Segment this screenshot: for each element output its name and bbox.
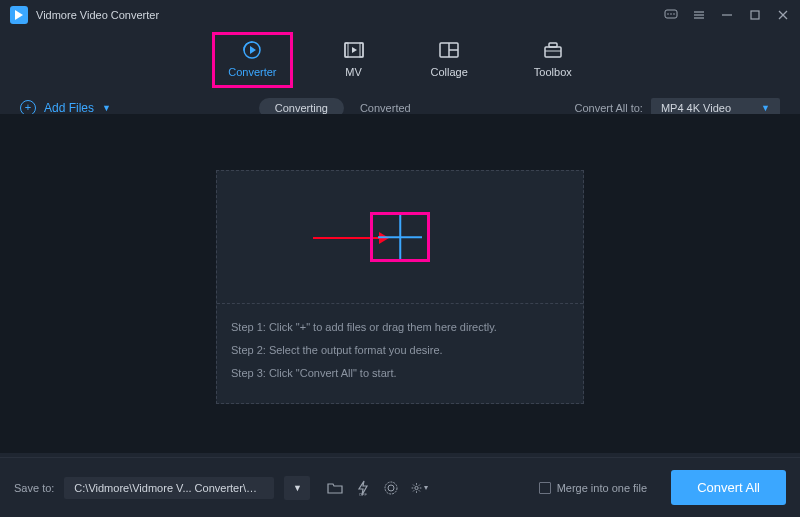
main-area: Step 1: Click "+" to add files or drag t… <box>0 114 800 453</box>
format-selected: MP4 4K Video <box>661 102 731 114</box>
bottom-icon-group: OFF ▾ <box>326 479 428 497</box>
tab-converter[interactable]: Converter <box>218 36 286 88</box>
convert-all-button[interactable]: Convert All <box>671 470 786 505</box>
titlebar-left: Vidmore Video Converter <box>10 6 159 24</box>
hardware-accel-icon[interactable]: OFF <box>354 479 372 497</box>
titlebar: Vidmore Video Converter <box>0 0 800 30</box>
save-path-field[interactable]: C:\Vidmore\Vidmore V... Converter\Conver… <box>64 477 274 499</box>
svg-point-2 <box>670 13 672 15</box>
svg-point-25 <box>415 486 418 489</box>
merge-label: Merge into one file <box>557 482 648 494</box>
save-path-dropdown[interactable]: ▼ <box>284 476 310 500</box>
save-to-label: Save to: <box>14 482 54 494</box>
app-title: Vidmore Video Converter <box>36 9 159 21</box>
add-files-plus-icon[interactable] <box>376 213 424 261</box>
tab-mv[interactable]: MV <box>333 36 375 88</box>
open-folder-icon[interactable] <box>326 479 344 497</box>
add-files-label: Add Files <box>44 101 94 115</box>
menu-icon[interactable] <box>692 8 706 22</box>
tab-label: MV <box>345 66 362 78</box>
svg-rect-8 <box>751 11 759 19</box>
chevron-down-icon: ▼ <box>761 103 770 113</box>
mv-icon <box>343 40 365 60</box>
titlebar-controls <box>664 8 790 22</box>
step-text: Step 2: Select the output format you des… <box>231 339 569 362</box>
tab-collage[interactable]: Collage <box>421 36 478 88</box>
merge-checkbox-wrap[interactable]: Merge into one file <box>539 482 648 494</box>
tab-label: Collage <box>431 66 468 78</box>
toolbox-icon <box>542 40 564 60</box>
svg-rect-13 <box>345 43 348 57</box>
settings-icon[interactable]: ▾ <box>410 479 428 497</box>
svg-text:OFF: OFF <box>359 491 368 496</box>
checkbox-icon[interactable] <box>539 482 551 494</box>
dropzone-add-area[interactable] <box>217 171 583 303</box>
tab-label: Converter <box>228 66 276 78</box>
svg-rect-14 <box>360 43 363 57</box>
high-speed-icon[interactable] <box>382 479 400 497</box>
dropzone-steps: Step 1: Click "+" to add files or drag t… <box>217 303 583 403</box>
feedback-icon[interactable] <box>664 8 678 22</box>
svg-point-23 <box>385 482 397 494</box>
collage-icon <box>438 40 460 60</box>
convert-all-to-label: Convert All to: <box>574 102 642 114</box>
svg-rect-19 <box>549 43 557 47</box>
maximize-icon[interactable] <box>748 8 762 22</box>
close-icon[interactable] <box>776 8 790 22</box>
step-text: Step 3: Click "Convert All" to start. <box>231 362 569 385</box>
tab-label: Toolbox <box>534 66 572 78</box>
svg-point-24 <box>388 485 394 491</box>
step-text: Step 1: Click "+" to add files or drag t… <box>231 316 569 339</box>
svg-point-3 <box>673 13 675 15</box>
app-logo-icon <box>10 6 28 24</box>
main-tabs: Converter MV Collage Toolbox <box>0 30 800 88</box>
tab-toolbox[interactable]: Toolbox <box>524 36 582 88</box>
dropzone[interactable]: Step 1: Click "+" to add files or drag t… <box>216 170 584 404</box>
svg-rect-18 <box>545 47 561 57</box>
converter-icon <box>241 40 263 60</box>
minimize-icon[interactable] <box>720 8 734 22</box>
bottom-bar: Save to: C:\Vidmore\Vidmore V... Convert… <box>0 457 800 517</box>
chevron-down-icon[interactable]: ▼ <box>102 103 111 113</box>
svg-point-1 <box>667 13 669 15</box>
